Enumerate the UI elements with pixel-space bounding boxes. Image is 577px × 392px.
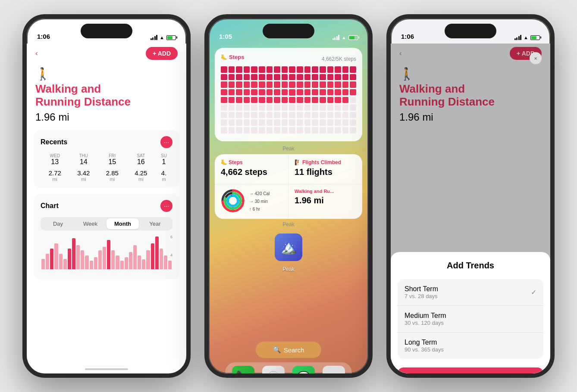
bar-5	[59, 254, 63, 269]
bar-27	[155, 236, 159, 269]
activity-section: → 420 Cal → 30 min ↑ 6 hr	[215, 184, 288, 219]
steps-value: 4,662 steps	[221, 167, 282, 177]
recents-card: Recents ··· WED 13 THU 14 FRI 15	[34, 130, 179, 188]
recents-col-1-header: WED 13	[41, 153, 69, 166]
step-dot-19	[229, 74, 235, 81]
dock-safari-icon[interactable]	[262, 366, 285, 378]
add-button-left[interactable]: + ADD	[146, 47, 178, 60]
step-dot-89	[350, 97, 356, 103]
wifi-icon-right: ▲	[524, 35, 528, 40]
recents-table: WED 13 THU 14 FRI 15 SAT 16	[41, 153, 172, 182]
step-dot-161	[350, 127, 356, 134]
step-dot-31	[320, 74, 326, 81]
health-nav-left: ‹ + ADD	[27, 44, 186, 63]
bar-3	[50, 249, 53, 269]
recents-col-3-val: 2.85 mi	[98, 169, 127, 182]
dock-icons: 📞 💬	[225, 362, 352, 378]
step-dot-158	[327, 127, 334, 134]
peak-mountain-icon: 🏔️	[281, 240, 297, 255]
phone-middle: 1:05 ▲ 🦶 Steps 4,662/5K steps Peak	[204, 14, 373, 378]
svg-marker-10	[272, 375, 275, 378]
health-title-left: Walking andRunning Distance	[35, 83, 178, 109]
battery-icon-middle	[348, 35, 358, 40]
step-dot-23	[259, 74, 265, 81]
modal-close-button[interactable]: ×	[530, 52, 542, 64]
status-icons-right: ▲	[514, 35, 540, 40]
step-dot-116	[282, 112, 288, 118]
time-left: 1:06	[37, 33, 50, 40]
step-dot-105	[335, 104, 341, 111]
dock-phone-icon[interactable]: 📞	[232, 366, 254, 378]
step-dot-156	[312, 127, 318, 134]
step-dot-110	[236, 112, 242, 118]
search-pill[interactable]: 🔍 Search	[256, 342, 322, 358]
step-dot-62	[282, 89, 288, 96]
stats-widget-top: 🦶 Steps 4,662 steps 🧗 Flights Climbed 11…	[215, 154, 362, 184]
step-dot-97	[274, 104, 280, 111]
step-dot-151	[274, 127, 280, 134]
steps-dot-widget: 🦶 Steps 4,662/5K steps	[215, 48, 362, 141]
step-dot-93	[244, 104, 250, 111]
peak-app-icon[interactable]: 🏔️	[275, 233, 302, 261]
recents-more-button[interactable]: ···	[160, 136, 172, 148]
recents-col-1-val: 2.72 mi	[41, 169, 69, 182]
tab-month[interactable]: Month	[107, 218, 139, 229]
battery-icon-left	[166, 35, 176, 40]
step-dot-60	[267, 89, 273, 96]
step-dot-33	[335, 74, 341, 81]
step-dot-58	[251, 89, 257, 96]
step-dot-64	[297, 89, 303, 96]
phone-right: 1:06 ▲ ‹ + ADD 🚶 Walking andRunning Dist…	[386, 14, 555, 378]
step-dot-91	[229, 104, 235, 111]
step-dot-131	[259, 119, 265, 126]
tab-year[interactable]: Year	[139, 218, 171, 229]
step-dot-159	[335, 127, 341, 134]
step-dot-5	[259, 66, 265, 73]
dock-messages-icon[interactable]: 💬	[292, 366, 315, 378]
bar-26	[151, 243, 154, 269]
step-dot-157	[320, 127, 326, 134]
step-dot-14	[327, 66, 334, 73]
svg-marker-9	[272, 373, 275, 378]
trend-option-medium-term[interactable]: Medium Term 30 vs. 120 days	[398, 306, 543, 333]
step-dot-101	[304, 104, 311, 111]
chart-title: Chart	[41, 202, 59, 210]
step-dot-27	[289, 74, 295, 81]
widget-label-peak-2: Peak	[209, 221, 368, 227]
add-trends-button[interactable]: Add	[398, 367, 543, 378]
tab-week[interactable]: Week	[74, 218, 107, 229]
phone-left: 1:06 ▲ ‹ + ADD 🚶 Walking andRunning Dist…	[22, 14, 191, 378]
bar-4	[54, 243, 58, 269]
step-dot-28	[297, 74, 303, 81]
distance-section: Walking and Ru... 1.96 mi	[288, 184, 362, 219]
step-dot-84	[312, 97, 318, 103]
step-dot-137	[304, 119, 311, 126]
chart-more-button[interactable]: ···	[160, 200, 172, 212]
step-dot-36	[221, 81, 227, 88]
step-dot-73	[229, 97, 235, 103]
modal-title: Add Trends	[391, 261, 550, 271]
steps-label: 🦶 Steps	[221, 159, 282, 165]
trend-option-long-term[interactable]: Long Term 90 vs. 365 days	[398, 333, 543, 359]
step-dot-103	[320, 104, 326, 111]
step-dot-26	[282, 74, 288, 81]
step-dot-17	[350, 66, 356, 73]
step-dot-51	[335, 81, 341, 88]
step-dot-107	[350, 104, 356, 111]
step-dot-78	[267, 97, 273, 103]
tab-day[interactable]: Day	[42, 218, 74, 229]
dock-apps-icon[interactable]	[323, 366, 345, 378]
step-dot-39	[244, 81, 250, 88]
trend-option-short-term[interactable]: Short Term 7 vs. 28 days ✓	[398, 279, 543, 306]
wifi-icon-middle: ▲	[342, 35, 346, 40]
bar-20	[125, 257, 128, 269]
step-dot-153	[289, 127, 295, 134]
flights-section: 🧗 Flights Climbed 11 flights	[288, 154, 362, 184]
dynamic-island-right	[445, 24, 496, 38]
step-dot-30	[312, 74, 318, 81]
chart-y-label-4: 4	[170, 253, 172, 257]
step-dot-141	[335, 119, 341, 126]
back-button-left[interactable]: ‹	[35, 49, 38, 58]
step-dot-49	[320, 81, 326, 88]
step-dot-69	[335, 89, 341, 96]
